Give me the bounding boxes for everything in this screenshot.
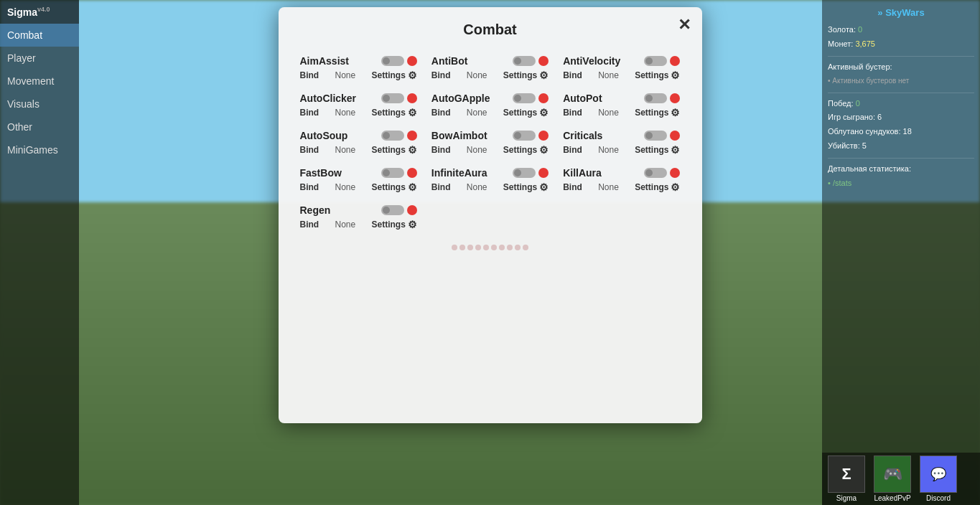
modal-close-button[interactable]: ✕ — [678, 17, 691, 33]
toggle-track — [644, 131, 667, 141]
module-antivelocity: AntiVelocity Bind None Settings ⚙ — [563, 55, 680, 81]
toggle-bowaimbot[interactable] — [513, 131, 549, 141]
toggle-track — [513, 131, 536, 141]
toggle-dot — [538, 93, 549, 103]
bind-value: None — [467, 108, 487, 118]
bind-label: Bind — [431, 70, 451, 80]
toggle-track — [381, 93, 404, 103]
toggle-antibot[interactable] — [513, 56, 549, 66]
toggle-track — [644, 93, 667, 103]
toggle-dot — [670, 93, 680, 103]
settings-button[interactable]: Settings ⚙ — [371, 144, 416, 156]
module-name: AutoSoup — [300, 130, 348, 141]
module-autosoup: AutoSoup Bind None Settings ⚙ — [300, 130, 417, 156]
toggle-track — [513, 93, 536, 103]
toggle-dot — [538, 131, 549, 141]
scroll-dots — [452, 245, 528, 250]
bind-value: None — [335, 220, 355, 230]
settings-button[interactable]: Settings ⚙ — [635, 70, 680, 81]
settings-button[interactable]: Settings ⚙ — [503, 70, 549, 81]
module-name: AutoPot — [563, 93, 602, 104]
settings-button[interactable]: Settings ⚙ — [635, 107, 680, 118]
gear-icon: ⚙ — [408, 144, 417, 156]
bind-value: None — [467, 70, 487, 80]
gear-icon: ⚙ — [671, 70, 680, 81]
toggle-dot — [407, 131, 417, 141]
toggle-regen[interactable] — [381, 205, 417, 215]
gear-icon: ⚙ — [408, 181, 417, 193]
scroll-dot — [483, 245, 489, 250]
combat-modal: Combat ✕ AimAssist Bind None Settings — [279, 7, 702, 423]
toggle-autopot[interactable] — [644, 93, 680, 103]
toggle-track — [381, 168, 404, 178]
toggle-aimassist[interactable] — [381, 56, 417, 66]
scroll-dot — [507, 245, 513, 250]
scroll-dot — [515, 245, 521, 250]
settings-button[interactable]: Settings ⚙ — [503, 181, 549, 193]
toggle-antivelocity[interactable] — [644, 56, 680, 66]
module-name: AutoClicker — [300, 93, 357, 104]
gear-icon: ⚙ — [671, 181, 680, 193]
toggle-track — [381, 205, 404, 215]
toggle-autogapple[interactable] — [513, 93, 549, 103]
module-fastbow: FastBow Bind None Settings ⚙ — [300, 167, 417, 193]
module-bowaimbot: BowAimbot Bind None Settings ⚙ — [431, 130, 549, 156]
toggle-autoclicker[interactable] — [381, 93, 417, 103]
module-criticals: Criticals Bind None Settings ⚙ — [563, 130, 680, 156]
module-autoclicker: AutoClicker Bind None Settings ⚙ — [300, 93, 417, 118]
gear-icon: ⚙ — [408, 70, 417, 81]
toggle-track — [644, 168, 667, 178]
bind-label: Bind — [563, 70, 582, 80]
toggle-dot — [538, 168, 549, 178]
bind-label: Bind — [300, 220, 319, 230]
settings-button[interactable]: Settings ⚙ — [503, 144, 549, 156]
toggle-autosoup[interactable] — [381, 131, 417, 141]
gear-icon: ⚙ — [539, 107, 549, 118]
bind-label: Bind — [300, 145, 319, 155]
bind-value: None — [598, 182, 619, 192]
toggle-fastbow[interactable] — [381, 168, 417, 178]
toggle-dot — [407, 168, 417, 178]
toggle-track — [381, 131, 404, 141]
toggle-track — [513, 56, 536, 66]
settings-button[interactable]: Settings ⚙ — [371, 219, 416, 230]
gear-icon: ⚙ — [408, 107, 417, 118]
bind-value: None — [335, 145, 355, 155]
module-aimassist: AimAssist Bind None Settings ⚙ — [300, 55, 417, 81]
module-name: InfiniteAura — [431, 167, 487, 179]
toggle-dot — [407, 93, 417, 103]
bind-label: Bind — [431, 182, 451, 192]
toggle-killaura[interactable] — [644, 168, 680, 178]
module-killaura: KillAura Bind None Settings ⚙ — [563, 167, 680, 193]
settings-button[interactable]: Settings ⚙ — [371, 181, 416, 193]
toggle-dot — [538, 56, 549, 66]
bind-value: None — [598, 70, 619, 80]
toggle-dot — [407, 205, 417, 215]
toggle-dot — [670, 168, 680, 178]
module-regen: Regen Bind None Settings ⚙ — [300, 204, 417, 230]
gear-icon: ⚙ — [671, 144, 680, 156]
module-autogapple: AutoGApple Bind None Settings ⚙ — [431, 93, 549, 118]
modules-grid: AimAssist Bind None Settings ⚙ — [300, 55, 681, 230]
module-antibot: AntiBot Bind None Settings ⚙ — [431, 55, 549, 81]
gear-icon: ⚙ — [671, 107, 680, 118]
settings-button[interactable]: Settings ⚙ — [503, 107, 549, 118]
toggle-criticals[interactable] — [644, 131, 680, 141]
settings-button[interactable]: Settings ⚙ — [371, 70, 416, 81]
scroll-dot — [523, 245, 528, 250]
settings-button[interactable]: Settings ⚙ — [371, 107, 416, 118]
settings-button[interactable]: Settings ⚙ — [635, 181, 680, 193]
scroll-dot — [475, 245, 481, 250]
toggle-dot — [407, 56, 417, 66]
scroll-dot — [467, 245, 473, 250]
settings-button[interactable]: Settings ⚙ — [635, 144, 680, 156]
modal-overlay: Combat ✕ AimAssist Bind None Settings — [0, 0, 980, 505]
module-name: AntiVelocity — [563, 55, 620, 67]
module-name: BowAimbot — [431, 130, 487, 141]
bind-label: Bind — [563, 108, 582, 118]
bind-value: None — [335, 182, 355, 192]
toggle-infiniteaura[interactable] — [513, 168, 549, 178]
module-name: AutoGApple — [431, 93, 490, 104]
bind-label: Bind — [300, 70, 319, 80]
toggle-dot — [670, 56, 680, 66]
